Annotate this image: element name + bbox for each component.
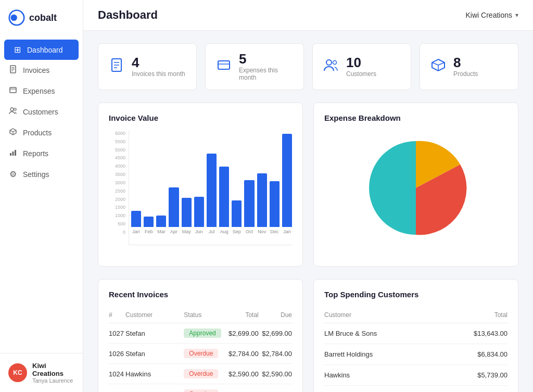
content-area: 4 Invoices this month 5 Expenses this mo… bbox=[83, 31, 533, 392]
svg-rect-13 bbox=[10, 153, 11, 156]
sidebar-footer: KC Kiwi Creations Tanya Laurence bbox=[0, 353, 83, 392]
customer-name: Stefan bbox=[324, 386, 436, 393]
invoice-num: 1023 bbox=[109, 384, 125, 393]
avatar: KC bbox=[8, 363, 27, 382]
customer-total: $5,483.00 bbox=[436, 386, 507, 393]
bar-group: Nov bbox=[257, 131, 267, 234]
bar-label: Aug bbox=[220, 229, 229, 234]
bar bbox=[194, 197, 204, 227]
invoice-status: Overdue bbox=[184, 344, 225, 364]
bar-label: Jul bbox=[209, 229, 215, 234]
invoice-status: Overdue bbox=[184, 364, 225, 384]
col-total: Total bbox=[225, 307, 259, 323]
list-item[interactable]: Barrett Holdings $6,834.00 bbox=[324, 344, 507, 365]
svg-line-25 bbox=[438, 62, 445, 65]
svg-rect-14 bbox=[12, 151, 14, 156]
sidebar-item-products[interactable]: Products bbox=[0, 122, 83, 143]
invoice-customer: Hawkins bbox=[125, 364, 184, 384]
bar-group: Dec bbox=[270, 131, 280, 234]
stat-invoices-label: Invoices this month bbox=[132, 70, 185, 78]
main-content: Dashboard Kiwi Creations ▾ 4 Invoices th… bbox=[83, 0, 533, 392]
svg-point-8 bbox=[10, 108, 14, 111]
pie-container bbox=[324, 131, 507, 245]
sidebar-item-label: Customers bbox=[23, 108, 58, 116]
customer-name: Hawkins bbox=[324, 365, 436, 386]
table-row[interactable]: 1023 Hawkins Overdue $3,149.00 $2,149.00 bbox=[109, 384, 292, 393]
bar-group: Jun bbox=[194, 131, 204, 234]
company-selector[interactable]: Kiwi Creations ▾ bbox=[466, 11, 518, 19]
svg-rect-15 bbox=[15, 150, 16, 156]
table-row[interactable]: 1027 Stefan Approved $2,699.00 $2,699.00 bbox=[109, 323, 292, 344]
svg-point-23 bbox=[333, 60, 337, 64]
col-status: Status bbox=[184, 307, 225, 323]
products-icon bbox=[8, 128, 18, 138]
invoice-total: $3,149.00 bbox=[225, 384, 259, 393]
bar-label: Oct bbox=[246, 229, 253, 234]
stat-expenses-number: 5 bbox=[239, 52, 293, 66]
bar-label: Sep bbox=[233, 229, 241, 234]
stat-cards: 4 Invoices this month 5 Expenses this mo… bbox=[98, 43, 518, 90]
svg-point-1 bbox=[10, 15, 17, 21]
bar-label: Jan bbox=[283, 229, 291, 234]
charts-row: Invoice Value 6000 5500 5000 4500 4000 3… bbox=[98, 103, 518, 267]
list-item[interactable]: Hawkins $5,739.00 bbox=[324, 365, 507, 386]
bar-chart-wrapper: 6000 5500 5000 4500 4000 3500 3000 2500 … bbox=[109, 131, 292, 256]
bar-label: Feb bbox=[145, 229, 153, 234]
list-item[interactable]: LM Bruce & Sons $13,643.00 bbox=[324, 323, 507, 344]
sidebar-item-settings[interactable]: ⚙ Settings bbox=[0, 164, 83, 184]
page-title: Dashboard bbox=[98, 8, 158, 22]
bar bbox=[219, 167, 229, 227]
bar-label: Mar bbox=[157, 229, 166, 234]
sidebar-item-label: Reports bbox=[23, 149, 48, 158]
table-row[interactable]: 1024 Hawkins Overdue $2,590.00 $2,590.00 bbox=[109, 364, 292, 384]
bar-group: Jul bbox=[207, 131, 217, 234]
stat-card-expenses: 5 Expenses this month bbox=[205, 43, 304, 90]
svg-rect-20 bbox=[218, 61, 230, 69]
svg-point-9 bbox=[14, 108, 16, 110]
stat-products-icon bbox=[430, 57, 446, 77]
bar-group: Mar bbox=[156, 131, 166, 234]
cobalt-logo-icon bbox=[8, 9, 25, 26]
top-customers-card: Top Spending Customers Customer Total LM… bbox=[313, 279, 518, 392]
sidebar-item-label: Expenses bbox=[23, 87, 55, 95]
stat-expenses-icon bbox=[216, 57, 232, 77]
sidebar-item-invoices[interactable]: Invoices bbox=[0, 60, 83, 81]
col-customer: Customer bbox=[125, 307, 184, 323]
bar bbox=[232, 200, 242, 227]
invoice-customer: Stefan bbox=[125, 344, 184, 364]
pie-chart bbox=[364, 136, 468, 240]
svg-line-11 bbox=[13, 131, 16, 132]
col-due: Due bbox=[259, 307, 292, 323]
stat-card-products: 8 Products bbox=[420, 43, 518, 90]
bar-label: Nov bbox=[258, 229, 266, 234]
bar-label: Dec bbox=[270, 229, 278, 234]
sidebar-item-reports[interactable]: Reports bbox=[0, 143, 83, 164]
customer-name: Barrett Holdings bbox=[324, 344, 436, 365]
svg-point-22 bbox=[326, 60, 332, 65]
stat-invoices-number: 4 bbox=[132, 56, 185, 69]
sidebar: cobalt ⊞ Dashboard Invoices Expenses Cus… bbox=[0, 0, 83, 392]
footer-company: Kiwi Creations bbox=[32, 362, 74, 377]
table-row[interactable]: 1026 Stefan Overdue $2,784.00 $2,784.00 bbox=[109, 344, 292, 364]
list-item[interactable]: Stefan $5,483.00 bbox=[324, 386, 507, 393]
invoice-status: Approved bbox=[184, 323, 225, 344]
sidebar-item-dashboard[interactable]: ⊞ Dashboard bbox=[4, 40, 79, 60]
col-total: Total bbox=[436, 307, 507, 323]
invoice-total: $2,699.00 bbox=[225, 323, 259, 344]
customer-total: $5,739.00 bbox=[436, 365, 507, 386]
sidebar-item-expenses[interactable]: Expenses bbox=[0, 81, 83, 102]
sidebar-item-customers[interactable]: Customers bbox=[0, 102, 83, 122]
bar-chart-bars: Jan Feb Mar Apr May Jun Jul Aug Sep Oct … bbox=[129, 131, 292, 245]
invoice-customer: Hawkins bbox=[125, 384, 184, 393]
bar-group: Apr bbox=[169, 131, 179, 234]
invoice-num: 1027 bbox=[109, 323, 125, 344]
stat-customers-number: 10 bbox=[346, 56, 376, 69]
invoice-chart-title: Invoice Value bbox=[109, 113, 292, 122]
col-num: # bbox=[109, 307, 125, 323]
invoice-status: Overdue bbox=[184, 384, 225, 393]
stat-products-label: Products bbox=[453, 70, 478, 78]
invoice-customer: Stefan bbox=[125, 323, 184, 344]
stat-card-customers: 10 Customers bbox=[312, 43, 411, 90]
company-name: Kiwi Creations bbox=[466, 11, 512, 19]
sidebar-item-label: Invoices bbox=[23, 66, 49, 74]
